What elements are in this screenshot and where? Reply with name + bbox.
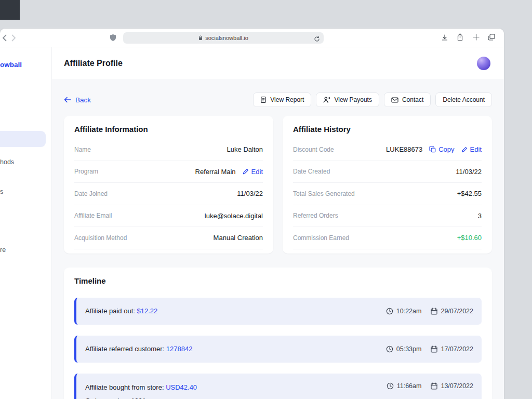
date-text: 17/07/2022: [441, 345, 473, 353]
pencil-icon: [461, 147, 468, 153]
downloads-icon[interactable]: [441, 34, 448, 41]
affiliate-information-card: Affiliate Information Name Luke Dalton P…: [64, 116, 273, 254]
browser-toolbar: socialsnowball.io: [0, 29, 504, 47]
sidebar-item[interactable]: hods: [0, 158, 14, 166]
row-value: LUKE88673: [386, 145, 422, 153]
cards-row: Affiliate Information Name Luke Dalton P…: [64, 116, 492, 254]
row-label: Date Created: [293, 168, 330, 175]
card-title: Affiliate Information: [74, 125, 263, 134]
history-row-total-sales: Total Sales Generated +$42.55: [293, 183, 482, 205]
entry-time: 10:22am: [386, 308, 422, 315]
info-row-email: Affiliate Email luke@solace.digital: [74, 205, 263, 228]
copy-code-button[interactable]: Copy: [429, 145, 454, 153]
actions-row: Back View Report: [64, 92, 492, 107]
row-label: Program: [74, 168, 98, 175]
delete-account-button[interactable]: Delete Account: [435, 92, 492, 107]
row-value: Referral Main: [195, 168, 236, 176]
back-arrow-icon: [64, 97, 71, 103]
browser-forward-icon[interactable]: [11, 34, 16, 42]
pencil-icon: [243, 168, 249, 175]
edit-label: Edit: [251, 168, 263, 176]
back-label: Back: [75, 96, 91, 104]
edit-label: Edit: [470, 145, 482, 153]
calendar-icon: [431, 382, 437, 390]
time-text: 10:22am: [396, 308, 422, 315]
app-sidebar: owball hods s re: [0, 47, 52, 399]
privacy-shield-icon[interactable]: [110, 34, 116, 42]
row-value: 11/03/22: [237, 190, 263, 197]
url-text: socialsnowball.io: [205, 35, 248, 41]
lock-icon: [198, 35, 203, 41]
calendar-icon: [431, 345, 437, 353]
background-window-corner: [0, 0, 20, 20]
entry-label: Affiliate referred customer:: [85, 345, 166, 353]
row-label: Name: [74, 146, 91, 153]
contact-button[interactable]: Contact: [384, 92, 431, 107]
copy-icon: [429, 146, 436, 153]
sidebar-active-item[interactable]: [0, 131, 46, 147]
row-value: 11/03/22: [456, 168, 482, 176]
view-report-button[interactable]: View Report: [253, 92, 311, 107]
timeline-entry: Affiliate bought from store: USD42.40 Or…: [74, 374, 482, 399]
row-value: Luke Dalton: [227, 145, 263, 153]
info-row-date-joined: Date Joined 11/03/22: [74, 183, 263, 205]
payouts-icon: [323, 96, 330, 103]
delete-account-label: Delete Account: [443, 96, 485, 103]
app-logo[interactable]: owball: [0, 61, 22, 69]
info-row-program: Program Referral Main Edit: [74, 161, 263, 183]
row-value: luke@solace.digital: [205, 212, 263, 220]
entry-link[interactable]: USD42.40: [166, 383, 197, 391]
report-icon: [260, 96, 267, 103]
envelope-icon: [391, 97, 398, 103]
row-value: +$10.60: [457, 234, 482, 242]
browser-window: socialsnowball.io owball: [0, 29, 504, 399]
browser-back-icon[interactable]: [2, 34, 7, 42]
action-buttons: View Report View Payouts: [253, 92, 492, 107]
view-payouts-button[interactable]: View Payouts: [316, 92, 379, 107]
entry-text: Affiliate paid out: $12.22: [85, 307, 157, 315]
main-area: Affiliate Profile Back: [52, 47, 504, 399]
row-label: Affiliate Email: [74, 212, 112, 219]
row-label: Discount Code: [293, 146, 334, 153]
entry-time: 11:66am: [387, 382, 422, 390]
avatar[interactable]: [477, 57, 490, 70]
new-tab-icon[interactable]: [473, 34, 480, 41]
edit-code-button[interactable]: Edit: [461, 145, 482, 153]
entry-link[interactable]: $12.22: [137, 307, 158, 315]
row-value: 3: [478, 212, 482, 220]
info-row-acquisition: Acquisition Method Manual Creation: [74, 227, 263, 249]
entry-label: Affiliate paid out:: [85, 307, 137, 315]
entry-label: Affiliate bought from store:: [85, 383, 166, 391]
history-row-commission: Commission Earned +$10.60: [293, 227, 482, 249]
address-bar[interactable]: socialsnowball.io: [123, 32, 324, 44]
history-row-discount-code: Discount Code LUKE88673 Copy: [293, 139, 482, 161]
edit-program-button[interactable]: Edit: [243, 168, 263, 176]
info-row-name: Name Luke Dalton: [74, 139, 263, 161]
date-text: 13/07/2022: [441, 382, 473, 390]
row-value: Manual Creation: [214, 234, 263, 242]
contact-label: Contact: [402, 96, 423, 103]
entry-order-number: Order number: 1001: [85, 397, 197, 399]
row-label: Referred Orders: [293, 212, 338, 219]
row-value: +$42.55: [457, 190, 482, 197]
timeline-entry: Affiliate referred customer: 1278842 05:…: [74, 336, 482, 363]
row-label: Total Sales Generated: [293, 190, 355, 197]
view-payouts-label: View Payouts: [334, 96, 372, 103]
view-report-label: View Report: [270, 96, 304, 103]
share-icon[interactable]: [457, 33, 463, 41]
entry-text: Affiliate referred customer: 1278842: [85, 345, 192, 353]
time-text: 11:66am: [397, 382, 422, 390]
page-content: Back View Report: [52, 79, 504, 399]
sidebar-item[interactable]: re: [0, 246, 6, 254]
timeline-entry: Affiliate paid out: $12.22 10:22am: [74, 298, 482, 325]
row-label: Commission Earned: [293, 234, 349, 242]
timeline-title: Timeline: [74, 276, 482, 285]
date-text: 29/07/2022: [441, 308, 473, 315]
sidebar-item[interactable]: s: [0, 188, 3, 195]
back-button[interactable]: Back: [64, 96, 91, 104]
tab-overview-icon[interactable]: [488, 34, 495, 41]
reload-icon[interactable]: [314, 35, 320, 44]
entry-link[interactable]: 1278842: [166, 345, 193, 353]
card-title: Affiliate History: [293, 125, 482, 134]
page-title: Affiliate Profile: [64, 59, 123, 68]
